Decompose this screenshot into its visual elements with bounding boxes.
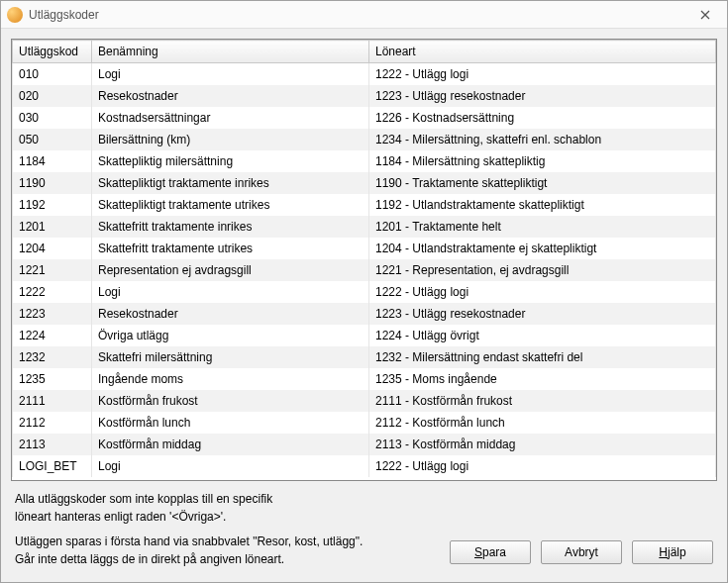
cell-loneart: 1222 - Utlägg logi (369, 63, 716, 86)
cell-loneart: 1184 - Milersättning skattepliktig (369, 150, 716, 172)
cell-loneart: 1223 - Utlägg resekostnader (369, 85, 716, 107)
table-row[interactable]: LOGI_BETLogi1222 - Utlägg logi (13, 455, 716, 477)
titlebar: Utläggskoder (1, 1, 727, 29)
app-icon (7, 7, 23, 23)
cell-kod: 010 (13, 63, 92, 86)
cell-loneart: 1201 - Traktamente helt (369, 216, 716, 238)
cell-kod: 1223 (13, 303, 92, 325)
cell-kod: 1204 (13, 238, 92, 259)
cell-loneart: 1235 - Moms ingående (369, 368, 716, 390)
cell-benamning: Skattepliktig milersättning (92, 150, 369, 172)
col-header-kod[interactable]: Utläggskod (13, 41, 92, 63)
cell-benamning: Skattefritt traktamente utrikes (92, 238, 369, 259)
cell-loneart: 1221 - Representation, ej avdragsgill (369, 259, 716, 281)
cell-benamning: Övriga utlägg (92, 325, 369, 346)
button-bar: Spara Avbryt Hjälp (450, 540, 713, 568)
window-title: Utläggskoder (29, 8, 689, 22)
data-grid[interactable]: Utläggskod Benämning Löneart 010Logi1222… (11, 39, 717, 481)
table-row[interactable]: 1221Representation ej avdragsgill1221 - … (13, 259, 716, 281)
cell-loneart: 1222 - Utlägg logi (369, 455, 716, 477)
cell-benamning: Kostnadsersättningar (92, 107, 369, 129)
close-icon (700, 10, 710, 20)
content: Utläggskod Benämning Löneart 010Logi1222… (1, 29, 727, 582)
close-button[interactable] (689, 1, 721, 28)
footer-text: Alla utläggskoder som inte kopplas till … (15, 491, 430, 568)
cancel-button[interactable]: Avbryt (541, 540, 622, 564)
mnemonic: S (474, 545, 482, 559)
cell-loneart: 1192 - Utlandstraktamente skattepliktigt (369, 194, 716, 216)
cell-loneart: 1234 - Milersättning, skattefri enl. sch… (369, 129, 716, 150)
cell-benamning: Kostförmån lunch (92, 412, 369, 434)
cell-loneart: 2112 - Kostförmån lunch (369, 412, 716, 434)
cell-kod: 050 (13, 129, 92, 150)
cell-loneart: 1222 - Utlägg logi (369, 281, 716, 303)
cell-loneart: 2113 - Kostförmån middag (369, 434, 716, 455)
cell-benamning: Logi (92, 455, 369, 477)
cell-benamning: Logi (92, 63, 369, 86)
col-header-benamning[interactable]: Benämning (92, 41, 369, 63)
save-button[interactable]: Spara (450, 540, 531, 564)
cell-kod: 1190 (13, 172, 92, 194)
grid-scroll[interactable]: Utläggskod Benämning Löneart 010Logi1222… (12, 40, 716, 480)
cell-kod: 1232 (13, 346, 92, 368)
help-button[interactable]: Hjälp (632, 540, 713, 564)
table-row[interactable]: 050Bilersättning (km)1234 - Milersättnin… (13, 129, 716, 150)
table-row[interactable]: 2112Kostförmån lunch2112 - Kostförmån lu… (13, 412, 716, 434)
cell-benamning: Resekostnader (92, 85, 369, 107)
cell-kod: 1201 (13, 216, 92, 238)
cell-kod: 1184 (13, 150, 92, 172)
footer: Alla utläggskoder som inte kopplas till … (11, 481, 717, 572)
col-header-loneart[interactable]: Löneart (369, 41, 716, 63)
footer-line4: Går inte detta läggs de in direkt på ang… (15, 552, 284, 566)
cell-kod: 1235 (13, 368, 92, 390)
cell-kod: 2113 (13, 434, 92, 455)
table-row[interactable]: 010Logi1222 - Utlägg logi (13, 63, 716, 86)
cell-kod: 1221 (13, 259, 92, 281)
table-row[interactable]: 1222Logi1222 - Utlägg logi (13, 281, 716, 303)
table-row[interactable]: 2111Kostförmån frukost2111 - Kostförmån … (13, 390, 716, 412)
table-row[interactable]: 1235Ingående moms1235 - Moms ingående (13, 368, 716, 390)
table-row[interactable]: 1190Skattepliktigt traktamente inrikes11… (13, 172, 716, 194)
cell-benamning: Skattepliktigt traktamente utrikes (92, 194, 369, 216)
footer-line3: Utläggen sparas i första hand via snabbv… (15, 534, 363, 548)
cell-benamning: Ingående moms (92, 368, 369, 390)
cell-kod: 1224 (13, 325, 92, 346)
cell-loneart: 1226 - Kostnadsersättning (369, 107, 716, 129)
table-row[interactable]: 1232Skattefri milersättning1232 - Milers… (13, 346, 716, 368)
cell-loneart: 1224 - Utlägg övrigt (369, 325, 716, 346)
cell-loneart: 1204 - Utlandstraktamente ej skatteplikt… (369, 238, 716, 259)
cell-kod: 030 (13, 107, 92, 129)
table-row[interactable]: 1192Skattepliktigt traktamente utrikes11… (13, 194, 716, 216)
cell-loneart: 1232 - Milersättning endast skattefri de… (369, 346, 716, 368)
cell-kod: 020 (13, 85, 92, 107)
cell-benamning: Kostförmån middag (92, 434, 369, 455)
cell-kod: 2112 (13, 412, 92, 434)
cell-benamning: Logi (92, 281, 369, 303)
cell-benamning: Skattefritt traktamente inrikes (92, 216, 369, 238)
cell-benamning: Resekostnader (92, 303, 369, 325)
table-row[interactable]: 1201Skattefritt traktamente inrikes1201 … (13, 216, 716, 238)
footer-line2: löneart hanteras enligt raden '<Övriga>'… (15, 510, 226, 524)
cell-loneart: 2111 - Kostförmån frukost (369, 390, 716, 412)
cell-kod: 2111 (13, 390, 92, 412)
cell-kod: 1192 (13, 194, 92, 216)
cell-benamning: Kostförmån frukost (92, 390, 369, 412)
table-row[interactable]: 1204Skattefritt traktamente utrikes1204 … (13, 238, 716, 259)
table-row[interactable]: 030Kostnadsersättningar1226 - Kostnadser… (13, 107, 716, 129)
table-row[interactable]: 1223Resekostnader1223 - Utlägg resekostn… (13, 303, 716, 325)
cell-loneart: 1190 - Traktamente skattepliktigt (369, 172, 716, 194)
mnemonic: H (659, 545, 668, 559)
footer-line1: Alla utläggskoder som inte kopplas till … (15, 492, 272, 506)
table-row[interactable]: 020Resekostnader1223 - Utlägg resekostna… (13, 85, 716, 107)
cell-kod: 1222 (13, 281, 92, 303)
table-row[interactable]: 1184Skattepliktig milersättning1184 - Mi… (13, 150, 716, 172)
cell-kod: LOGI_BET (13, 455, 92, 477)
cell-benamning: Bilersättning (km) (92, 129, 369, 150)
cell-loneart: 1223 - Utlägg resekostnader (369, 303, 716, 325)
table-row[interactable]: 2113Kostförmån middag2113 - Kostförmån m… (13, 434, 716, 455)
cell-benamning: Skattefri milersättning (92, 346, 369, 368)
cell-benamning: Skattepliktigt traktamente inrikes (92, 172, 369, 194)
table-row[interactable]: 1224Övriga utlägg1224 - Utlägg övrigt (13, 325, 716, 346)
cell-benamning: Representation ej avdragsgill (92, 259, 369, 281)
